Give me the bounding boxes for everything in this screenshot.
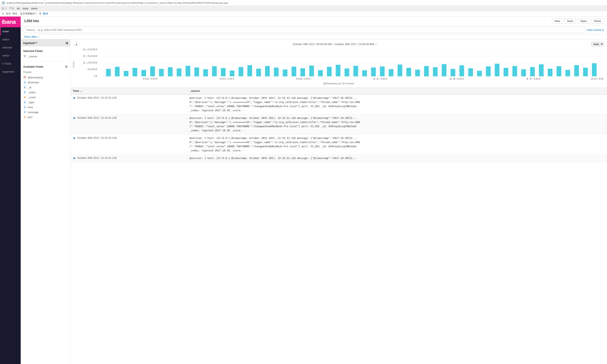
bookmark-steam[interactable]: steam	[31, 7, 38, 10]
chart-container: ▲ October 30th 2017, 00:00:00.000 - Octo…	[70, 39, 607, 88]
column-header-time[interactable]: Time ▲	[70, 88, 187, 94]
field-type[interactable]: t _type	[21, 100, 70, 105]
svg-text:500: 500	[87, 68, 97, 71]
available-fields-header: Available Fields ⚙	[21, 64, 70, 69]
save-button[interactable]: Save	[564, 18, 576, 24]
sidebar-item-management[interactable]: nagement	[0, 68, 21, 76]
svg-rect-21	[203, 69, 208, 76]
svg-rect-50	[460, 65, 464, 76]
translate-yes-btn[interactable]: 翻译	[43, 12, 48, 15]
app-container: ibana cover ualize shboard nellon V Tool…	[0, 16, 607, 364]
sidebar: ibana cover ualize shboard nellon V Tool…	[0, 16, 21, 364]
field-index[interactable]: t _index	[21, 90, 70, 95]
field-name-host: host	[28, 106, 33, 109]
svg-rect-43	[398, 65, 402, 76]
svg-rect-18	[177, 68, 182, 76]
field-type-hash-icon: #	[23, 96, 26, 99]
expand-button-0[interactable]: ▶	[73, 96, 76, 99]
bookmark-idc[interactable]: idc	[17, 7, 20, 10]
discovery-area: logstash-* ◀ Selected Fields ? _source A…	[21, 39, 607, 364]
expand-button-3[interactable]: ▶	[73, 156, 76, 159]
svg-text:14:00: 14:00	[449, 78, 464, 80]
svg-text:2,000: 2,000	[82, 48, 97, 51]
interval-select[interactable]: Auto	[591, 42, 604, 47]
field-timestamp[interactable]: ⏰ @timestamp	[21, 75, 70, 80]
field-port[interactable]: # port	[21, 115, 70, 119]
share-button[interactable]: Share	[591, 18, 604, 24]
source-line-1-3: @version: 1 host: 127.0.0.1 @timestamp: …	[189, 156, 605, 160]
field-type-t-icon-5: t	[23, 105, 26, 109]
svg-rect-40	[371, 67, 376, 76]
field-score[interactable]: # _score	[21, 95, 70, 100]
search-input[interactable]	[24, 27, 585, 33]
svg-text:02:00: 02:00	[143, 78, 158, 80]
field-host[interactable]: t host	[21, 105, 70, 110]
sidebar-item-cover[interactable]: cover	[0, 27, 21, 35]
svg-rect-16	[159, 69, 164, 76]
bookmark-study[interactable]: study	[23, 7, 28, 10]
add-filter-button[interactable]: Add a filter +	[24, 35, 39, 38]
sidebar-item-timelion[interactable]: nellon	[0, 52, 21, 60]
chart-y-axis-label: Count	[72, 62, 75, 68]
svg-rect-49	[451, 69, 455, 76]
field-message[interactable]: t message	[21, 110, 70, 115]
source-line-2-0: 0","@version":1,"message":"i =========33…	[189, 100, 605, 104]
svg-rect-24	[230, 71, 234, 76]
svg-rect-15	[150, 66, 155, 76]
svg-rect-13	[133, 68, 137, 76]
chart-wrapper: Count 2,000 1,500 1,000 500 0	[70, 48, 607, 81]
field-id[interactable]: t _id	[21, 85, 70, 90]
source-line-4-1: _index: logstash-2017.10.30 _score: -	[189, 129, 605, 132]
bookmark-gong[interactable]: 公 ∧	[2, 7, 7, 10]
svg-text:20:00: 20:00	[591, 78, 604, 80]
svg-rect-30	[283, 69, 288, 76]
chart-svg: 2,000 1,500 1,000 500 0	[74, 48, 604, 81]
bookmark-personal[interactable]: 个人	[9, 7, 14, 10]
time-cell-2: ▶ October 30th 2017, 22:15:31.128	[70, 135, 187, 155]
index-pattern-row[interactable]: logstash-* ◀	[21, 39, 70, 47]
translate-bar: 为 英语 网页，是否需要翻译？ 否 翻译	[0, 11, 607, 16]
sidebar-item-visualize[interactable]: ualize	[0, 35, 21, 43]
sidebar-item-dev-tools[interactable]: V Tools	[0, 60, 21, 68]
svg-rect-44	[406, 68, 411, 76]
open-button[interactable]: Open	[577, 18, 589, 24]
new-button[interactable]: New	[552, 18, 563, 24]
chart-nav-up-button[interactable]: ▲	[74, 42, 79, 46]
fields-settings-icon[interactable]: ⚙	[65, 65, 68, 68]
field-name-port: port	[28, 116, 32, 119]
source-line-1-2: @version: 1 host: 127.0.0.1 @timestamp: …	[189, 136, 605, 140]
field-type-icon-source: ?	[23, 55, 26, 58]
expand-button-1[interactable]: ▶	[73, 117, 76, 119]
svg-rect-39	[362, 70, 367, 76]
svg-rect-64	[583, 68, 588, 76]
translate-no-btn[interactable]: 否	[39, 12, 41, 15]
svg-rect-26	[247, 65, 252, 76]
field-version[interactable]: t @version	[21, 80, 70, 85]
svg-rect-59	[539, 64, 544, 76]
chart-header: ▲ October 30th 2017, 00:00:00.000 - Octo…	[70, 41, 607, 48]
expand-button-2[interactable]: ▶	[73, 136, 76, 139]
svg-rect-27	[256, 69, 261, 76]
svg-rect-57	[521, 69, 526, 76]
svg-rect-34	[318, 70, 323, 76]
lucene-link[interactable]: Uses lucene q	[587, 28, 604, 31]
svg-rect-35	[327, 67, 332, 76]
left-panel: logstash-* ◀ Selected Fields ? _source A…	[21, 39, 70, 364]
svg-rect-42	[389, 69, 394, 76]
sort-icon-time: ▲	[80, 90, 82, 92]
svg-text:1,000: 1,000	[82, 62, 97, 64]
svg-rect-46	[424, 66, 429, 76]
selected-fields-header: Selected Fields	[21, 48, 70, 54]
source-cell-1: @version: 1 host: 127.0.0.1 @timestamp: …	[187, 115, 607, 135]
collapse-button[interactable]: ◀	[65, 41, 68, 45]
sidebar-item-dashboard[interactable]: shboard	[0, 43, 21, 52]
svg-rect-19	[185, 66, 190, 76]
svg-rect-48	[442, 64, 447, 76]
field-type-t-icon-6: t	[23, 110, 26, 114]
selected-field-source[interactable]: ? _source	[21, 54, 70, 59]
svg-rect-32	[300, 68, 305, 76]
right-panel: ▲ October 30th 2017, 00:00:00.000 - Octo…	[70, 39, 607, 364]
source-line-4-0: _index: logstash-2017.10.30 _score: -	[189, 109, 605, 112]
translate-lang: 英语	[6, 12, 11, 15]
table-row: ▶ October 30th 2017, 22:15:31.128 @versi…	[70, 115, 607, 135]
